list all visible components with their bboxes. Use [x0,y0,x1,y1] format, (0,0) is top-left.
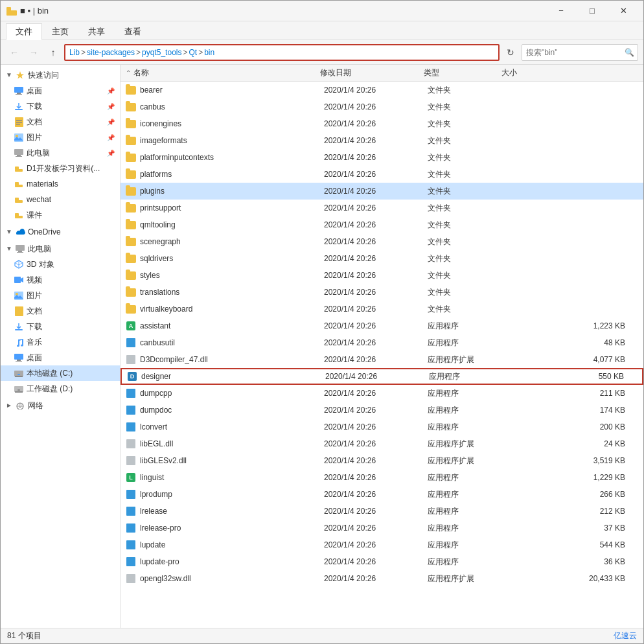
file-size: 211 KB [505,389,638,398]
sidebar-item-music[interactable]: 音乐 [1,334,120,350]
table-row[interactable]: opengl32sw.dll2020/1/4 20:26应用程序扩展20,433… [121,570,643,587]
sidebar-item-work-d[interactable]: 工作磁盘 (D:) [1,381,120,397]
file-type: 应用程序 [428,523,505,534]
search-input[interactable] [522,44,638,61]
sidebar-quick-access[interactable]: ▼ 快速访问 [1,67,120,83]
sidebar-materials-label: materials [27,179,115,189]
sidebar-item-3d[interactable]: 3D 对象 [1,257,120,272]
sidebar-desktop2-label: 桌面 [27,352,115,363]
tab-file[interactable]: 文件 [6,23,42,40]
table-row[interactable]: dumpcpp2020/1/4 20:26应用程序211 KB [121,385,643,402]
sidebar-quick-access-label: 快速访问 [28,70,115,81]
sidebar-item-documents2[interactable]: 文档 [1,303,120,319]
tab-share[interactable]: 共享 [78,23,115,40]
file-icon [126,489,136,500]
forward-button[interactable]: → [25,44,42,61]
this-pc-icon [14,148,24,158]
table-row[interactable]: sqldrivers2020/1/4 20:26文件夹 [121,250,643,267]
sidebar-item-downloads[interactable]: 下载 📌 [1,98,120,114]
file-name: sqldrivers [140,254,324,263]
col-size-header[interactable]: 大小 [501,67,638,78]
minimize-button[interactable]: − [546,1,576,21]
table-row[interactable]: lconvert2020/1/4 20:26应用程序200 KB [121,419,643,435]
table-row[interactable]: Ddesigner2020/1/4 20:26应用程序550 KB [121,368,643,385]
col-type-header[interactable]: 类型 [424,67,501,78]
table-row[interactable]: dumpdoc2020/1/4 20:26应用程序174 KB [121,402,643,419]
table-row[interactable]: bearer2020/1/4 20:26文件夹 [121,82,643,98]
maximize-button[interactable]: □ [577,1,607,21]
table-row[interactable]: lrelease2020/1/4 20:26应用程序212 KB [121,503,643,520]
refresh-button[interactable]: ↻ [502,44,519,61]
sidebar-item-local-c[interactable]: 本地磁盘 (C:) [1,365,120,381]
sidebar-item-desktop[interactable]: 桌面 📌 [1,83,120,98]
table-row[interactable]: D3Dcompiler_47.dll2020/1/4 20:26应用程序扩展4,… [121,351,643,368]
table-row[interactable]: Llinguist2020/1/4 20:26应用程序1,229 KB [121,469,643,486]
table-row[interactable]: translations2020/1/4 20:26文件夹 [121,284,643,301]
file-size: 20,433 KB [505,574,638,583]
sidebar-item-documents[interactable]: 文档 📌 [1,114,120,130]
file-area: ⌃ 名称 修改日期 类型 大小 bearer2020/1/4 20:26文件夹c… [121,65,643,628]
tab-home[interactable]: 主页 [42,23,78,40]
sidebar-item-desktop2[interactable]: 桌面 [1,350,120,365]
table-row[interactable]: libEGL.dll2020/1/4 20:26应用程序扩展24 KB [121,435,643,452]
path-qt[interactable]: Qt [189,48,198,57]
file-name: lrelease-pro [140,523,324,533]
table-row[interactable]: canbus2020/1/4 20:26文件夹 [121,98,643,115]
table-row[interactable]: platforminputcontexts2020/1/4 20:26文件夹 [121,149,643,166]
sidebar-local-c-label: 本地磁盘 (C:) [27,368,115,379]
sidebar-item-pictures[interactable]: 图片 📌 [1,130,120,145]
table-row[interactable]: lupdate2020/1/4 20:26应用程序544 KB [121,536,643,553]
back-button[interactable]: ← [6,44,23,61]
col-name-header[interactable]: ⌃ 名称 [126,67,320,78]
up-button[interactable]: ↑ [45,44,62,61]
local-c-icon [14,368,24,378]
sidebar-item-videos[interactable]: 视频 [1,272,120,288]
sidebar-item-materials[interactable]: materials [1,176,120,192]
arrow-icon: ▼ [6,71,14,79]
pin-icon3: 📌 [107,119,115,126]
table-row[interactable]: libGLESv2.dll2020/1/4 20:26应用程序扩展3,519 K… [121,452,643,469]
sidebar-item-lessons[interactable]: 课件 [1,207,120,223]
svg-rect-18 [15,185,23,187]
sidebar-this-pc2[interactable]: ▼ 此电脑 [1,241,120,257]
table-row[interactable]: plugins2020/1/4 20:26文件夹 [121,183,643,200]
table-row[interactable]: canbusutil2020/1/4 20:26应用程序48 KB [121,334,643,351]
table-row[interactable]: styles2020/1/4 20:26文件夹 [121,267,643,284]
file-name: printsupport [140,203,324,213]
col-date-header[interactable]: 修改日期 [320,67,424,78]
file-name: dumpcpp [140,389,324,398]
file-name: plugins [140,187,324,196]
file-list: bearer2020/1/4 20:26文件夹canbus2020/1/4 20… [121,82,643,628]
table-row[interactable]: lrelease-pro2020/1/4 20:26应用程序37 KB [121,520,643,536]
sidebar-onedrive[interactable]: ▼ OneDrive [1,224,120,240]
table-row[interactable]: qmltooling2020/1/4 20:26文件夹 [121,216,643,233]
sidebar-item-wechat[interactable]: wechat [1,192,120,207]
tab-view[interactable]: 查看 [115,23,151,40]
table-row[interactable]: virtualkeyboard2020/1/4 20:26文件夹 [121,301,643,317]
file-icon [126,152,136,163]
table-row[interactable]: platforms2020/1/4 20:26文件夹 [121,166,643,183]
table-row[interactable]: scenegraph2020/1/4 20:26文件夹 [121,233,643,250]
path-site-packages[interactable]: site-packages [87,48,135,57]
title-bar: ■ ▪ | bin − □ ✕ [1,1,643,21]
file-name: libEGL.dll [140,439,324,448]
table-row[interactable]: imageformats2020/1/4 20:26文件夹 [121,132,643,149]
close-button[interactable]: ✕ [608,1,638,21]
sidebar-item-d1[interactable]: D1开发板学习资料(... [1,161,120,176]
table-row[interactable]: printsupport2020/1/4 20:26文件夹 [121,200,643,216]
file-date: 2020/1/4 20:26 [324,254,428,263]
path-bin[interactable]: bin [204,48,214,57]
path-pyqt5-tools[interactable]: pyqt5_tools [142,48,181,57]
file-type: 应用程序扩展 [428,455,505,466]
table-row[interactable]: lupdate-pro2020/1/4 20:26应用程序36 KB [121,553,643,570]
table-row[interactable]: lprodump2020/1/4 20:26应用程序266 KB [121,486,643,503]
sidebar-item-this-pc[interactable]: 此电脑 📌 [1,145,120,161]
sidebar-network[interactable]: ► 网络 [1,398,120,413]
sidebar-item-downloads2[interactable]: 下载 [1,319,120,334]
path-lib[interactable]: Lib [69,48,80,57]
table-row[interactable]: iconengines2020/1/4 20:26文件夹 [121,115,643,132]
address-path[interactable]: Lib > site-packages > pyqt5_tools > Qt >… [64,44,500,61]
sidebar-item-pictures2[interactable]: 图片 [1,288,120,303]
table-row[interactable]: Aassistant2020/1/4 20:26应用程序1,223 KB [121,317,643,334]
file-icon: D [127,371,137,382]
